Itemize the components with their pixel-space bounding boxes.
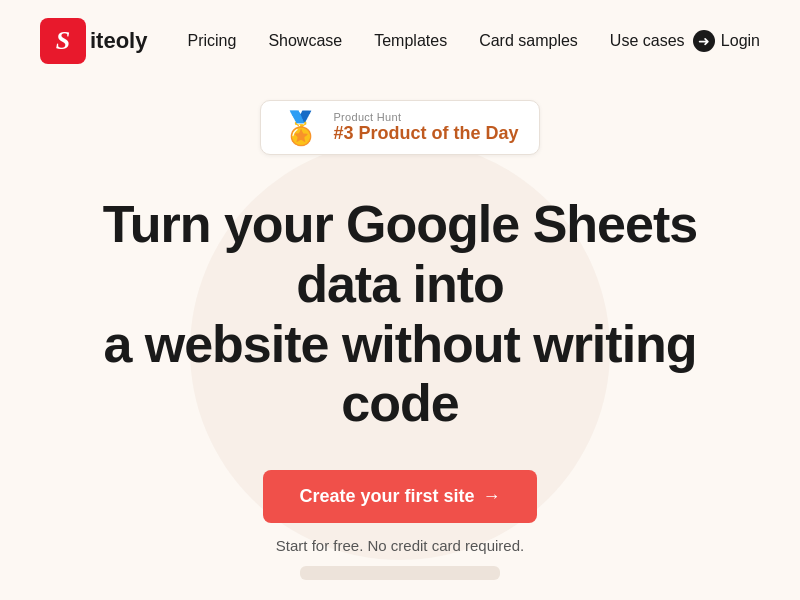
login-label: Login: [721, 32, 760, 50]
navbar: S iteoly Pricing Showcase Templates Card…: [0, 0, 800, 82]
nav-showcase[interactable]: Showcase: [268, 32, 342, 50]
login-button[interactable]: ➜ Login: [693, 30, 760, 52]
second-button-hint: [60, 566, 740, 580]
hero-title: Turn your Google Sheets data into a webs…: [60, 195, 740, 434]
logo[interactable]: S iteoly: [40, 18, 147, 64]
nav-card-samples[interactable]: Card samples: [479, 32, 578, 50]
nav-links: Pricing Showcase Templates Card samples …: [187, 32, 692, 50]
ph-rank: #3 Product of the Day: [333, 123, 518, 144]
nav-pricing[interactable]: Pricing: [187, 32, 236, 50]
cta-subtext: Start for free. No credit card required.: [276, 537, 524, 554]
product-hunt-badge[interactable]: 🏅 Product Hunt #3 Product of the Day: [260, 100, 539, 155]
ph-medal-icon: 🏅: [281, 112, 321, 144]
nav-templates[interactable]: Templates: [374, 32, 447, 50]
hero-section: Turn your Google Sheets data into a webs…: [0, 155, 800, 600]
ph-text-block: Product Hunt #3 Product of the Day: [333, 111, 518, 144]
hero-cta-wrapper: Create your first site → Start for free.…: [60, 470, 740, 554]
nav-use-cases[interactable]: Use cases: [610, 32, 685, 50]
second-button-placeholder: [300, 566, 500, 580]
login-icon: ➜: [693, 30, 715, 52]
logo-text: iteoly: [90, 28, 147, 54]
ph-label: Product Hunt: [333, 111, 518, 123]
create-site-button[interactable]: Create your first site →: [263, 470, 536, 523]
cta-button-label: Create your first site: [299, 486, 474, 507]
product-hunt-section: 🏅 Product Hunt #3 Product of the Day: [0, 100, 800, 155]
cta-arrow-icon: →: [483, 486, 501, 507]
logo-icon: S: [40, 18, 86, 64]
